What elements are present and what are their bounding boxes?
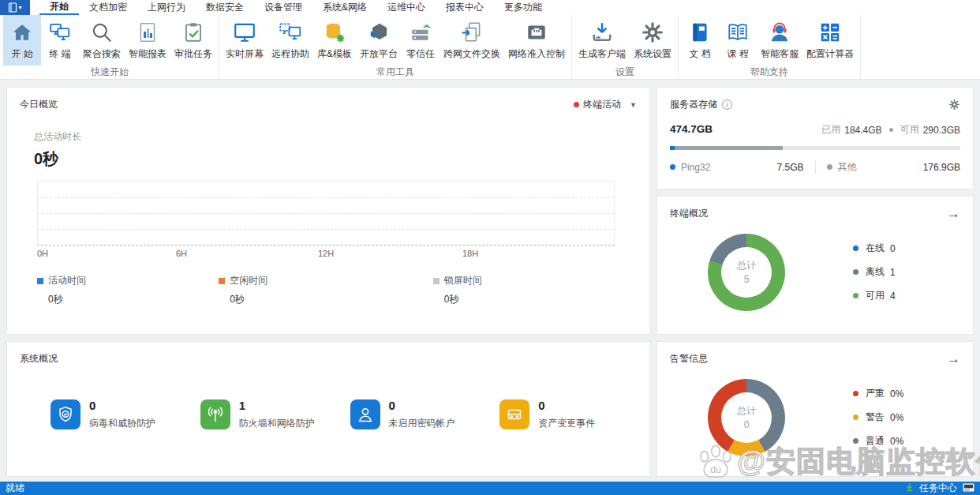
legend-dot-icon (853, 414, 858, 420)
panel-system-overview: 系统概况 0病毒和威胁防护1防火墙和网络防护0未启用密码帐户0资产变更事件 (6, 341, 650, 477)
chevron-down-icon: ▾ (18, 5, 21, 11)
stat-label: 防火墙和网络防护 (239, 417, 315, 430)
legend-item: 警告0% (853, 411, 946, 424)
ribbon-item-report[interactable]: 智能报表 (125, 15, 170, 66)
cube-icon (367, 19, 391, 46)
ribbon-item-label: 课 程 (727, 47, 748, 61)
ribbon-item-terminals[interactable]: 终 端 (41, 15, 79, 66)
gear-icon[interactable] (948, 99, 960, 111)
arrow-right-icon[interactable]: → (947, 354, 960, 364)
ribbon-item-download[interactable]: 生成客户端 (574, 15, 630, 66)
ribbon-group-label: 常用工具 (219, 66, 571, 79)
legend-item: 严重0% (853, 387, 946, 400)
chart-x-axis: 0H6H12H18H (37, 249, 615, 260)
menu-tab-系统&网络[interactable]: 系统&网络 (312, 0, 377, 15)
panel-alert-info: 告警信息 → 总计 0 严重0%警告0%普通0% (656, 341, 974, 477)
legend-label: Ping32 (681, 162, 710, 173)
ribbon-item-zero-trust[interactable]: 零信任 (402, 15, 440, 66)
ribbon-item-monitor[interactable]: 实时屏幕 (222, 15, 267, 66)
legend-label: 离线 (866, 265, 885, 279)
ribbon-item-label: 开放平台 (360, 47, 398, 61)
system-stat-device: 0资产变更事件 (499, 399, 649, 430)
legend-dot-icon (853, 438, 858, 444)
info-icon[interactable]: i (722, 99, 732, 110)
ribbon-item-calculator[interactable]: 配置计算器 (802, 15, 858, 66)
antenna-icon (200, 399, 230, 429)
x-tick: 6H (176, 249, 187, 258)
legend-label: 严重 (866, 387, 885, 400)
open-book-icon (726, 19, 750, 46)
menu-tab-数据安全[interactable]: 数据安全 (196, 0, 254, 15)
menu-tab-报表中心[interactable]: 报表中心 (436, 0, 494, 15)
menu-bar: ▾ 开始文档加密上网行为数据安全设备管理系统&网络运维中心报表中心更多功能 (0, 0, 980, 15)
legend-item: 锁屏时间0秒 (433, 274, 615, 306)
x-tick: 12H (318, 249, 334, 258)
total-activity-label: 总活动时长 (34, 130, 649, 144)
task-center-button[interactable]: 任务中心 (919, 482, 957, 495)
free-value: 290.3GB (923, 125, 960, 136)
terminals-icon (48, 19, 72, 46)
legend-item: 可用4 (853, 289, 946, 302)
ribbon-item-approval[interactable]: 审批任务 (170, 15, 216, 66)
home-icon (10, 19, 34, 46)
ribbon-item-label: 开 始 (11, 47, 32, 61)
download-arrow-icon[interactable] (905, 482, 914, 494)
user-icon (350, 399, 380, 429)
legend-value: 176.9GB (923, 162, 960, 173)
arrow-right-icon[interactable]: → (947, 209, 960, 219)
ribbon-group: 生成客户端系统设置设置 (572, 15, 679, 79)
legend-label: 警告 (866, 411, 885, 424)
terminal-activity-filter[interactable]: 终端活动 ▼ (574, 98, 637, 111)
ribbon-item-book[interactable]: 文 档 (681, 15, 719, 66)
legend-swatch-icon (219, 278, 225, 284)
legend-dot-icon (853, 293, 858, 298)
donut-center-value: 5 (744, 274, 750, 285)
ribbon-item-label: 零信任 (406, 47, 435, 61)
download-icon (590, 19, 614, 46)
alerts-donut-chart: 总计 0 (708, 379, 785, 456)
legend-label: 普通 (866, 434, 885, 448)
x-tick: 0H (37, 249, 48, 258)
x-tick: 18H (462, 249, 478, 258)
panel-title: 终端概况 (670, 207, 708, 220)
monitor-icon (233, 19, 256, 46)
app-menu-button[interactable]: ▾ (0, 0, 30, 15)
gear-icon (641, 19, 664, 46)
ribbon-item-database[interactable]: 库&模板 (313, 15, 356, 66)
stat-value: 0 (89, 399, 155, 412)
total-activity-stat: 总活动时长 0秒 (34, 130, 649, 170)
menu-tab-开始[interactable]: 开始 (39, 0, 79, 15)
donut-center-label: 总计 (737, 259, 756, 272)
menu-tab-文档加密[interactable]: 文档加密 (79, 0, 137, 15)
free-label: 可用 (900, 123, 919, 137)
ribbon-item-remote[interactable]: 远程协助 (267, 15, 313, 66)
storage-bar-segment (783, 146, 960, 150)
dot-separator-icon (889, 128, 893, 132)
ribbon-group-label: 帮助支持 (679, 66, 860, 79)
ribbon-item-gear[interactable]: 系统设置 (630, 15, 675, 66)
legend-dot-icon (670, 164, 675, 170)
ribbon-item-open-book[interactable]: 课 程 (719, 15, 757, 66)
stat-label: 资产变更事件 (538, 417, 595, 430)
panel-title: 告警信息 (670, 352, 708, 366)
legend-label: 活动时间 (48, 274, 86, 287)
ribbon-item-file-exchange[interactable]: 跨网文件交换 (440, 15, 504, 66)
ribbon-item-ethernet[interactable]: 网络准入控制 (504, 15, 569, 66)
legend-value: 7.5GB (776, 162, 803, 173)
ribbon-item-cube[interactable]: 开放平台 (356, 15, 402, 66)
legend-value: 0% (890, 436, 903, 447)
menu-tab-上网行为[interactable]: 上网行为 (137, 0, 196, 15)
menu-tab-运维中心[interactable]: 运维中心 (377, 0, 436, 15)
ribbon-item-headset[interactable]: 智能客服 (757, 15, 802, 66)
panel-today-overview: 今日概览 终端活动 ▼ 总活动时长 0秒 0H6H12H18H 活动时间0秒空闲… (6, 87, 650, 335)
search-icon (90, 19, 114, 46)
ribbon-item-home[interactable]: 开 始 (3, 15, 41, 66)
client-monitor-icon[interactable] (963, 483, 974, 494)
menu-tab-更多功能[interactable]: 更多功能 (494, 0, 552, 15)
chart-legend: 活动时间0秒空闲时间0秒锁屏时间0秒 (37, 274, 615, 306)
storage-legend-item: 其他176.9GB (815, 160, 961, 174)
ribbon-item-search[interactable]: 聚合搜索 (79, 15, 125, 66)
red-dot-icon (574, 102, 579, 107)
menu-tab-设备管理[interactable]: 设备管理 (254, 0, 312, 15)
zero-trust-icon (409, 19, 432, 46)
